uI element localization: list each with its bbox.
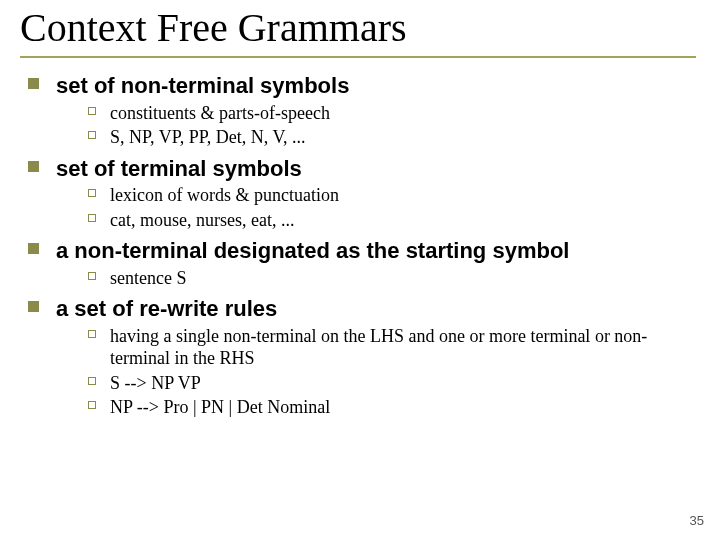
list-item: lexicon of words & punctuation — [88, 184, 692, 207]
list-item: set of terminal symbols lexicon of words… — [28, 155, 692, 232]
sub-item-text: NP --> Pro | PN | Det Nominal — [110, 397, 330, 417]
list-item: NP --> Pro | PN | Det Nominal — [88, 396, 692, 419]
sub-item-text: having a single non-terminal on the LHS … — [110, 326, 647, 369]
square-bullet-icon — [28, 243, 39, 254]
title-underline — [20, 56, 696, 58]
sub-item-text: constituents & parts-of-speech — [110, 103, 330, 123]
sub-list: lexicon of words & punctuation cat, mous… — [56, 184, 692, 231]
list-item: S --> NP VP — [88, 372, 692, 395]
hollow-square-bullet-icon — [88, 214, 96, 222]
square-bullet-icon — [28, 161, 39, 172]
sub-list: having a single non-terminal on the LHS … — [56, 325, 692, 419]
item-heading: a set of re-write rules — [56, 295, 692, 323]
sub-item-text: S, NP, VP, PP, Det, N, V, ... — [110, 127, 306, 147]
list-item: having a single non-terminal on the LHS … — [88, 325, 692, 370]
list-item: sentence S — [88, 267, 692, 290]
list-item: S, NP, VP, PP, Det, N, V, ... — [88, 126, 692, 149]
bullet-list: set of non-terminal symbols constituents… — [28, 72, 692, 419]
square-bullet-icon — [28, 301, 39, 312]
hollow-square-bullet-icon — [88, 330, 96, 338]
sub-item-text: sentence S — [110, 268, 186, 288]
slide: Context Free Grammars set of non-termina… — [0, 0, 720, 540]
list-item: set of non-terminal symbols constituents… — [28, 72, 692, 149]
hollow-square-bullet-icon — [88, 131, 96, 139]
list-item: cat, mouse, nurses, eat, ... — [88, 209, 692, 232]
sub-item-text: lexicon of words & punctuation — [110, 185, 339, 205]
item-heading: set of non-terminal symbols — [56, 72, 692, 100]
item-heading: a non-terminal designated as the startin… — [56, 237, 692, 265]
slide-body: set of non-terminal symbols constituents… — [0, 58, 720, 419]
hollow-square-bullet-icon — [88, 107, 96, 115]
title-area: Context Free Grammars — [0, 0, 720, 58]
hollow-square-bullet-icon — [88, 189, 96, 197]
list-item: constituents & parts-of-speech — [88, 102, 692, 125]
item-heading: set of terminal symbols — [56, 155, 692, 183]
page-number: 35 — [690, 513, 704, 528]
square-bullet-icon — [28, 78, 39, 89]
sub-item-text: S --> NP VP — [110, 373, 201, 393]
hollow-square-bullet-icon — [88, 401, 96, 409]
hollow-square-bullet-icon — [88, 272, 96, 280]
list-item: a non-terminal designated as the startin… — [28, 237, 692, 289]
slide-title: Context Free Grammars — [20, 6, 700, 54]
hollow-square-bullet-icon — [88, 377, 96, 385]
list-item: a set of re-write rules having a single … — [28, 295, 692, 419]
sub-list: sentence S — [56, 267, 692, 290]
sub-item-text: cat, mouse, nurses, eat, ... — [110, 210, 294, 230]
sub-list: constituents & parts-of-speech S, NP, VP… — [56, 102, 692, 149]
